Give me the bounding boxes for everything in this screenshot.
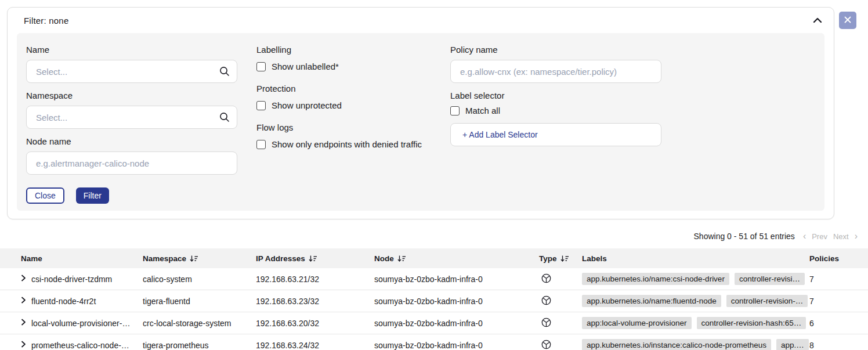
close-icon bbox=[844, 12, 851, 29]
pod-icon bbox=[539, 273, 582, 285]
chevron-right-icon bbox=[21, 275, 26, 283]
show-unlabelled-label: Show unlabelled* bbox=[272, 62, 339, 71]
policies-count: 8 bbox=[809, 341, 868, 350]
filter-title: Filter: none bbox=[24, 16, 68, 26]
label-chip: app.kubernetes.io/name:csi-node-driver bbox=[582, 273, 729, 285]
filter-column-left: Name Namespace Node name Close Filt bbox=[26, 45, 237, 204]
label-chip: controller-revision-… bbox=[726, 295, 808, 307]
endpoint-namespace: tigera-fluentd bbox=[143, 297, 256, 306]
prev-arrow-icon[interactable]: ‹ bbox=[803, 232, 806, 241]
namespace-field-label: Namespace bbox=[26, 91, 237, 100]
endpoint-name: local-volume-provisioner-… bbox=[31, 319, 130, 328]
filter-column-middle: Labelling Show unlabelled* Protection Sh… bbox=[256, 45, 448, 161]
endpoint-ip: 192.168.63.21/32 bbox=[256, 275, 374, 284]
endpoint-namespace: tigera-prometheus bbox=[143, 341, 256, 350]
endpoint-name: fluentd-node-4rr2t bbox=[31, 297, 96, 306]
show-unprotected-label: Show unprotected bbox=[272, 100, 342, 110]
panel-close-button[interactable] bbox=[839, 12, 856, 29]
endpoint-ip: 192.168.63.24/32 bbox=[256, 341, 374, 350]
column-header-policies: Policies bbox=[809, 254, 868, 263]
chevron-up-icon bbox=[813, 16, 822, 25]
endpoint-name: csi-node-driver-tzdmm bbox=[31, 275, 112, 284]
namespace-select-input[interactable] bbox=[26, 106, 237, 129]
table-row[interactable]: fluentd-node-4rr2t tigera-fluentd 192.16… bbox=[0, 290, 868, 312]
policies-count: 7 bbox=[809, 275, 868, 284]
row-expander-button[interactable] bbox=[21, 319, 26, 327]
entries-summary: Showing 0 - 51 of 51 entries bbox=[694, 232, 795, 241]
pod-icon bbox=[539, 295, 582, 307]
endpoint-node: soumya-bz-0zbo-kadm-infra-0 bbox=[374, 341, 539, 350]
collapse-panel-button[interactable] bbox=[813, 16, 822, 25]
label-selector-label: Label selector bbox=[450, 91, 661, 100]
next-button[interactable]: Next bbox=[833, 232, 849, 241]
endpoint-namespace: crc-local-storage-system bbox=[143, 319, 256, 328]
table-header-row: Name Namespace IP Addresses Node Type bbox=[0, 248, 868, 268]
name-field-label: Name bbox=[26, 45, 237, 55]
table-row[interactable]: csi-node-driver-tzdmm calico-system 192.… bbox=[0, 268, 868, 290]
denied-traffic-label: Show only endpoints with denied traffic bbox=[272, 139, 422, 149]
match-all-label: Match all bbox=[465, 106, 500, 116]
node-name-field-label: Node name bbox=[26, 136, 237, 146]
name-select-input[interactable] bbox=[26, 60, 237, 83]
chevron-right-icon bbox=[21, 297, 26, 305]
label-chip: app.kubernetes.io/name:fluentd-node bbox=[582, 295, 721, 307]
prev-button[interactable]: Prev bbox=[812, 232, 827, 241]
endpoint-name: prometheus-calico-node-… bbox=[31, 341, 129, 350]
policy-name-field-label: Policy name bbox=[450, 45, 661, 55]
column-header-ip-addresses[interactable]: IP Addresses bbox=[256, 254, 374, 263]
chevron-right-icon bbox=[21, 319, 26, 327]
row-expander-button[interactable] bbox=[21, 341, 26, 349]
label-chip: controller-revision-hash:65… bbox=[697, 317, 806, 329]
sort-icon bbox=[560, 255, 569, 262]
column-header-labels: Labels bbox=[582, 254, 809, 263]
column-header-name: Name bbox=[21, 254, 143, 263]
pod-icon bbox=[539, 317, 582, 329]
node-name-input[interactable] bbox=[26, 151, 237, 175]
policy-name-input[interactable] bbox=[450, 60, 661, 83]
pagination-bar: Showing 0 - 51 of 51 entries ‹ Prev Next… bbox=[694, 230, 858, 243]
endpoint-namespace: calico-system bbox=[143, 275, 256, 284]
filter-body: Name Namespace Node name Close Filt bbox=[17, 33, 824, 211]
filter-panel-header: Filter: none bbox=[8, 8, 834, 33]
endpoints-table: Name Namespace IP Addresses Node Type bbox=[0, 248, 868, 350]
close-button[interactable]: Close bbox=[26, 187, 64, 204]
table-row[interactable]: local-volume-provisioner-… crc-local-sto… bbox=[0, 312, 868, 334]
pod-icon bbox=[539, 340, 582, 350]
sort-icon bbox=[190, 255, 198, 262]
endpoint-node: soumya-bz-0zbo-kadm-infra-0 bbox=[374, 297, 539, 306]
row-expander-button[interactable] bbox=[21, 297, 26, 305]
flow-logs-group-label: Flow logs bbox=[256, 122, 448, 132]
label-chip: app.kubernetes.io/instance:calico-node-p… bbox=[582, 339, 771, 350]
show-unlabelled-checkbox[interactable] bbox=[256, 62, 266, 71]
chevron-right-icon bbox=[21, 341, 26, 349]
filter-panel: Filter: none Name Namespace bbox=[7, 7, 834, 219]
row-expander-button[interactable] bbox=[21, 275, 26, 283]
endpoint-node: soumya-bz-0zbo-kadm-infra-0 bbox=[374, 275, 539, 284]
column-header-type[interactable]: Type bbox=[539, 254, 582, 263]
policies-count: 6 bbox=[809, 319, 868, 328]
policies-count: 7 bbox=[809, 297, 868, 306]
sort-icon bbox=[397, 255, 406, 262]
labelling-group-label: Labelling bbox=[256, 45, 448, 55]
endpoint-ip: 192.168.63.23/32 bbox=[256, 297, 374, 306]
show-unprotected-checkbox[interactable] bbox=[256, 101, 266, 110]
match-all-checkbox[interactable] bbox=[450, 106, 460, 116]
endpoint-node: soumya-bz-0zbo-kadm-infra-0 bbox=[374, 319, 539, 328]
label-chip: app.… bbox=[776, 339, 809, 350]
column-header-namespace[interactable]: Namespace bbox=[143, 254, 256, 263]
label-chip: app:local-volume-provisioner bbox=[582, 317, 692, 329]
endpoint-ip: 192.168.63.20/32 bbox=[256, 319, 374, 328]
label-chip: controller-revisi… bbox=[735, 273, 805, 285]
table-row[interactable]: prometheus-calico-node-… tigera-promethe… bbox=[0, 334, 868, 350]
protection-group-label: Protection bbox=[256, 84, 448, 93]
filter-column-right: Policy name Label selector Match all + A… bbox=[450, 45, 661, 146]
filter-button[interactable]: Filter bbox=[76, 187, 109, 204]
next-arrow-icon[interactable]: › bbox=[855, 232, 858, 241]
add-label-selector-button[interactable]: + Add Label Selector bbox=[450, 123, 661, 146]
column-header-node[interactable]: Node bbox=[374, 254, 539, 263]
sort-icon bbox=[309, 255, 317, 262]
denied-traffic-checkbox[interactable] bbox=[256, 140, 266, 149]
